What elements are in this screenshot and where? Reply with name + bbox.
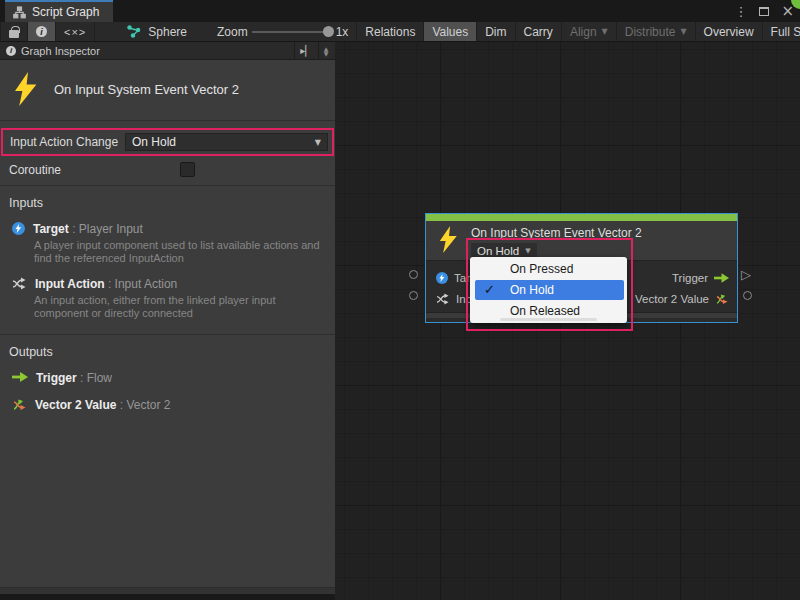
more-icon[interactable]: ⋮ xyxy=(734,5,747,18)
sphere-graph-icon xyxy=(127,25,141,38)
relations-button[interactable]: Relations xyxy=(356,22,423,41)
target-port-description: A player input component used to list av… xyxy=(0,237,335,269)
inspector-toggle-button[interactable]: i xyxy=(28,22,56,41)
scroll-down-icon: ▼ xyxy=(324,51,329,56)
check-icon: ✓ xyxy=(484,282,495,297)
panel-scroll-arrows[interactable]: ▲ ▼ xyxy=(319,42,333,60)
flow-arrow-icon xyxy=(12,372,28,382)
lock-button[interactable] xyxy=(0,22,28,41)
maximize-icon[interactable] xyxy=(759,7,769,16)
target-port-row: Target : Player Input xyxy=(0,214,335,237)
input-action-input-port[interactable] xyxy=(409,291,418,300)
input-action-port-description: An input action, either from the linked … xyxy=(0,292,335,324)
vector2-output-port[interactable] xyxy=(743,291,752,300)
port-type: Player Input xyxy=(79,222,143,236)
panel-bottom-edge xyxy=(0,587,335,594)
graph-name-label: Sphere xyxy=(148,25,187,39)
dim-button[interactable]: Dim xyxy=(476,22,514,41)
chevron-down-icon: ▼ xyxy=(315,138,321,147)
vector2-icon xyxy=(715,293,729,305)
overview-button[interactable]: Overview xyxy=(695,22,762,41)
input-action-change-label: Input Action Change xyxy=(10,135,118,149)
input-action-port-row: Input Action : Input Action xyxy=(0,269,335,292)
info-icon: i xyxy=(6,46,16,56)
carry-button[interactable]: Carry xyxy=(515,22,561,41)
graph-inspector-header: i Graph Inspector ▸▏ ▲ ▼ xyxy=(0,42,335,60)
inspector-node-title: On Input System Event Vector 2 xyxy=(54,82,239,97)
distribute-button[interactable]: Distribute ▼ xyxy=(616,22,695,41)
trigger-port-row: Trigger : Flow xyxy=(0,363,335,386)
coroutine-label: Coroutine xyxy=(9,163,61,177)
action-change-context-menu: On Pressed ✓ On Hold On Released xyxy=(470,257,627,323)
inputs-heading: Inputs xyxy=(0,186,335,214)
port-type: Input Action xyxy=(115,277,178,291)
player-input-icon xyxy=(436,272,448,284)
graph-toolbar: i <×> Sphere Zoom 1x R xyxy=(0,22,800,42)
graph-tab-icon xyxy=(13,6,26,19)
port-type: Vector 2 xyxy=(126,398,170,412)
unity-script-graph-window: Script Graph ⋮ × i <×> xyxy=(0,0,800,600)
info-icon: i xyxy=(36,26,47,37)
zoom-slider-handle[interactable] xyxy=(323,26,334,37)
graph-breadcrumb[interactable]: Sphere xyxy=(95,22,195,41)
window-controls: ⋮ × xyxy=(734,0,794,22)
port-name: Target xyxy=(33,222,69,236)
event-bolt-icon xyxy=(14,72,38,106)
code-icon: <×> xyxy=(64,26,86,38)
graph-inspector-panel: i Graph Inspector ▸▏ ▲ ▼ On Input System… xyxy=(0,42,335,594)
zoom-control: Zoom 1x xyxy=(195,22,356,41)
values-button[interactable]: Values xyxy=(423,22,476,41)
vector2-port-row: Vector 2 Value : Vector 2 xyxy=(0,386,335,413)
edit-source-button[interactable]: <×> xyxy=(56,22,95,41)
coroutine-checkbox[interactable] xyxy=(180,162,195,177)
input-action-icon xyxy=(436,293,450,305)
port-name: Input Action xyxy=(35,277,105,291)
trigger-output-port[interactable]: ▷ xyxy=(741,268,751,281)
menu-bottom-grip xyxy=(500,318,597,321)
lock-icon xyxy=(9,30,19,38)
tab-script-graph[interactable]: Script Graph xyxy=(5,0,113,22)
flow-arrow-icon xyxy=(714,273,729,283)
node-trigger-port-label[interactable]: Trigger xyxy=(672,272,708,284)
port-type: Flow xyxy=(87,371,112,385)
event-bolt-icon xyxy=(439,226,458,253)
zoom-slider[interactable] xyxy=(252,31,332,33)
zoom-value: 1x xyxy=(336,25,349,39)
align-button[interactable]: Align ▼ xyxy=(561,22,616,41)
menu-item-on-hold[interactable]: ✓ On Hold xyxy=(475,280,624,300)
player-input-icon xyxy=(12,222,25,235)
graph-inspector-title: Graph Inspector xyxy=(21,45,100,57)
outputs-heading: Outputs xyxy=(0,335,335,363)
coroutine-row: Coroutine xyxy=(0,156,335,186)
node-inspector-title-row: On Input System Event Vector 2 xyxy=(0,60,335,121)
vector2-icon xyxy=(12,398,27,411)
tab-bar: Script Graph ⋮ × xyxy=(0,0,800,22)
node-title: On Input System Event Vector 2 xyxy=(471,226,642,240)
input-action-change-dropdown[interactable]: On Hold ▼ xyxy=(125,133,328,151)
port-name: Vector 2 Value xyxy=(35,398,116,412)
tab-label: Script Graph xyxy=(32,5,99,19)
toolbar-right-group: Relations Values Dim Carry Align ▼ Distr… xyxy=(356,22,800,41)
zoom-label: Zoom xyxy=(217,25,248,39)
target-input-port[interactable] xyxy=(409,270,418,279)
node-event-color-bar xyxy=(426,214,737,221)
menu-item-on-pressed[interactable]: On Pressed xyxy=(470,259,627,279)
input-action-icon xyxy=(12,277,27,290)
graph-canvas[interactable]: On Input System Event Vector 2 On Hold ▼… xyxy=(335,42,800,600)
node-header[interactable]: On Input System Event Vector 2 On Hold ▼ xyxy=(426,221,737,260)
port-name: Trigger xyxy=(36,371,77,385)
node-vector2-port-label[interactable]: Vector 2 Value xyxy=(635,293,709,305)
dropdown-value: On Hold xyxy=(132,135,176,149)
chevron-down-icon: ▼ xyxy=(680,27,686,36)
full-screen-button[interactable]: Full Screen xyxy=(762,22,800,41)
dock-icon[interactable]: ▸▏ xyxy=(294,42,319,60)
chevron-down-icon: ▼ xyxy=(602,27,608,36)
chevron-down-icon: ▼ xyxy=(525,247,530,255)
input-action-change-row-highlighted: Input Action Change On Hold ▼ xyxy=(1,128,334,156)
